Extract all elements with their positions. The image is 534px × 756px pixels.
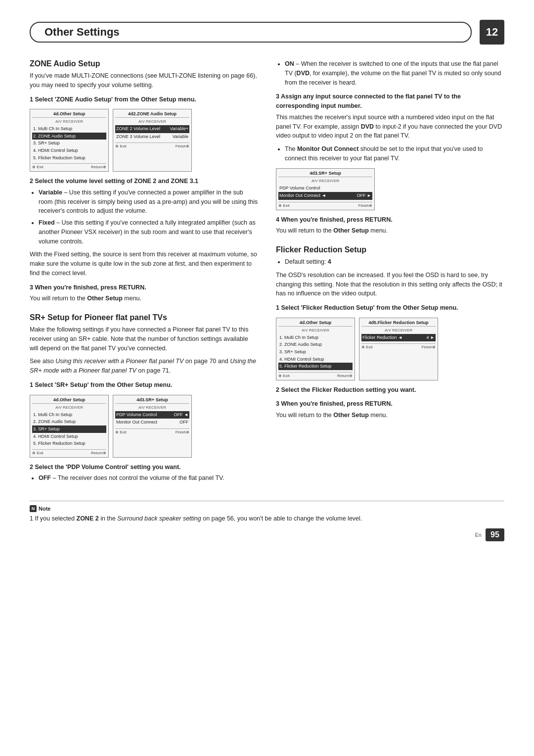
note-item-1: 1 If you selected ZONE 2 in the Surround…	[30, 514, 504, 523]
flicker-finish-label: Finish⊕	[422, 345, 436, 349]
osd-exit-label: ⊕ Exit	[32, 165, 44, 169]
flicker-body: The OSD's resolution can be increased. I…	[276, 271, 504, 298]
content-area: ZONE Audio Setup If you've made MULTI-ZO…	[30, 59, 504, 487]
osd-exit-label2: ⊕ Exit	[115, 144, 127, 148]
sr-osd-left-subtitle: A/V RECEIVER	[32, 405, 106, 410]
monitor-exit-label: ⊕ Exit	[278, 203, 290, 208]
zone-osd-item-5: 5. Flicker Reduction Setup	[32, 154, 106, 162]
zone-osd-left-title: 4d.Other Setup	[32, 111, 106, 118]
monitor-row2-label: Monitor Out Connect ◄	[279, 192, 326, 199]
sr-osd-right-footer: ⊕ Exit Finish⊕	[115, 428, 189, 434]
flicker-osd-item-3: 3. SR+ Setup	[278, 348, 353, 356]
sr-off-item: OFF – The receiver does not control the …	[39, 473, 258, 483]
flicker-osd-right-row1: Flicker Reduction ◄ 4 ►	[361, 334, 436, 342]
flicker-osd-left-footer: ⊕ Exit Return⊕	[278, 372, 353, 378]
flicker-step1-heading: 1 Select 'Flicker Reduction Setup' from …	[276, 303, 504, 313]
monitor-osd-title: 4d3.SR+ Setup	[278, 171, 372, 177]
sr-setup-intro: Make the following settings if you have …	[30, 325, 258, 353]
zone-fixed-body: With the Fixed setting, the source is se…	[30, 250, 258, 278]
right-step3-heading: 3 Assign any input source connected to t…	[276, 92, 504, 111]
flicker-osd-right-subtitle: A/V RECEIVER	[361, 328, 436, 332]
osd-finish-label: Finish⊕	[176, 144, 189, 148]
sr-row1-value: OFF ◄	[174, 412, 188, 419]
zone-osd-right-footer: ⊕ Exit Finish⊕	[115, 142, 189, 148]
sr-osd-left: 4d.Other Setup A/V RECEIVER 1. Multi Ch …	[30, 395, 109, 458]
flicker-step3-heading: 3 When you're finished, press RETURN.	[276, 399, 504, 409]
monitor-osd: 4d3.SR+ Setup A/V RECEIVER PDP Volume Co…	[276, 168, 375, 210]
flicker-osd-left-title: 4d.Other Setup	[278, 320, 353, 327]
zone-row1-label: ZONE 2 Volume Level	[116, 126, 160, 133]
zone-osd-right: 4d2.ZONE Audio Setup A/V RECEIVER ZONE 2…	[113, 109, 192, 172]
sr-osd-left-title: 4d.Other Setup	[32, 397, 106, 404]
flicker-step3-body: You will return to the Other Setup menu.	[276, 411, 504, 420]
right-on-list: ON – When the receiver is switched to on…	[285, 59, 504, 87]
flicker-osd-left-subtitle: A/V RECEIVER	[278, 328, 353, 332]
page-number: 95	[486, 528, 504, 541]
zone-osd-right-title: 4d2.ZONE Audio Setup	[115, 111, 189, 118]
right-on-item: ON – When the receiver is switched to on…	[285, 59, 504, 87]
zone-osd-left: 4d.Other Setup A/V RECEIVER 1. Multi Ch …	[30, 109, 109, 172]
monitor-osd-subtitle: A/V RECEIVER	[278, 179, 372, 183]
monitor-row2-value: OFF ►	[357, 192, 371, 199]
zone-osd-right-subtitle: A/V RECEIVER	[115, 119, 189, 124]
flicker-osd-item-4: 4. HDMI Control Setup	[278, 356, 353, 363]
sr-osd-right-row2: Monitor Out Connect OFF	[115, 419, 189, 426]
sr-exit-label2: ⊕ Exit	[115, 430, 127, 434]
flicker-heading: Flicker Reduction Setup	[276, 245, 504, 254]
monitor-osd-row1: PDP Volume Control	[278, 185, 372, 192]
zone-step1-heading: 1 Select 'ZONE Audio Setup' from the Oth…	[30, 95, 258, 104]
zone-audio-intro: If you've made MULTI-ZONE connections (s…	[30, 71, 258, 90]
zone-osd-item-4: 4. HDMI Control Setup	[32, 147, 106, 154]
zone-variable-item: Variable – Use this setting if you've co…	[39, 188, 258, 216]
sr-osd-left-footer: ⊕ Exit Return⊕	[32, 449, 106, 455]
zone-osd-item-1: 1. Multi Ch In Setup	[32, 125, 106, 133]
page-header: Other Settings 12	[30, 20, 504, 45]
note-icon: N	[30, 505, 37, 512]
flicker-osd-pair: 4d.Other Setup A/V RECEIVER 1. Multi Ch …	[276, 318, 504, 380]
sr-finish-label: Finish⊕	[176, 430, 189, 434]
note-section: N Note 1 If you selected ZONE 2 in the S…	[30, 501, 504, 523]
chapter-number: 12	[480, 20, 504, 45]
sr-osd-right-row1: PDP Volume Control OFF ◄	[115, 411, 189, 419]
right-monitor-item: The Monitor Out Connect should be set to…	[285, 144, 504, 163]
right-step4-heading: 4 When you're finished, press RETURN.	[276, 215, 504, 225]
right-step3-body: This matches the receiver's input source…	[276, 113, 504, 141]
flicker-osd-item-2: 2. ZONE Audio Setup	[278, 341, 353, 348]
flicker-osd-right-footer: ⊕ Exit Finish⊕	[361, 343, 436, 349]
zone-row1-value: Variable+	[170, 126, 188, 133]
monitor-row1-label: PDP Volume Control	[279, 185, 320, 192]
zone-osd-item-2: 2. ZONE Audio Setup	[32, 133, 106, 140]
sr-osd-item-2: 2. ZONE Audio Setup	[32, 418, 106, 425]
monitor-osd-footer: ⊕ Exit Finish⊕	[278, 202, 372, 208]
sr-setup-heading: SR+ Setup for Pioneer flat panel TVs	[30, 313, 258, 322]
page-title: Other Settings	[30, 22, 472, 43]
sr-exit-label: ⊕ Exit	[32, 451, 44, 455]
zone-audio-heading: ZONE Audio Setup	[30, 59, 258, 68]
sr-osd-item-3: 3. SR+ Setup	[32, 425, 106, 433]
note-heading: Note	[39, 506, 50, 512]
monitor-finish-label: Finish⊕	[358, 203, 372, 208]
flicker-row1-value: 4 ►	[427, 334, 435, 341]
sr-row2-label: Monitor Out Connect	[116, 419, 157, 426]
sr-osd-right: 4d3.SR+ Setup A/V RECEIVER PDP Volume Co…	[113, 395, 192, 458]
sr-step2-heading: 2 Select the 'PDP Volume Control' settin…	[30, 463, 258, 472]
flicker-exit-label: ⊕ Exit	[278, 374, 290, 378]
flicker-osd-item-1: 1. Multi Ch In Setup	[278, 334, 353, 341]
zone-step3-body: You will return to the Other Setup menu.	[30, 294, 258, 303]
sr-step1-heading: 1 Select 'SR+ Setup' from the Other Setu…	[30, 380, 258, 390]
flicker-default-list: Default setting: 4	[285, 257, 504, 267]
flicker-return-label: Return⊕	[337, 374, 353, 378]
right-step4-body: You will return to the Other Setup menu.	[276, 226, 504, 236]
zone-osd-item-3: 3. SR+ Setup	[32, 140, 106, 147]
zone-osd-right-row1: ZONE 2 Volume Level Variable+	[115, 125, 189, 133]
left-column: ZONE Audio Setup If you've made MULTI-ZO…	[30, 59, 258, 487]
flicker-osd-item-5: 5. Flicker Reduction Setup	[278, 363, 353, 370]
zone-row2-value: Variable	[173, 134, 188, 141]
flicker-exit-label2: ⊕ Exit	[361, 345, 373, 349]
zone-row2-label: ZONE 3 Volume Level	[116, 134, 160, 141]
flicker-osd-right: 4d5.Flicker Reduction Setup A/V RECEIVER…	[359, 318, 438, 380]
osd-return-label: Return⊕	[91, 165, 106, 169]
zone-osd-left-subtitle: A/V RECEIVER	[32, 119, 106, 124]
sr-setup-see-also: See also Using this receiver with a Pion…	[30, 357, 258, 376]
sr-osd-right-title: 4d3.SR+ Setup	[115, 397, 189, 404]
